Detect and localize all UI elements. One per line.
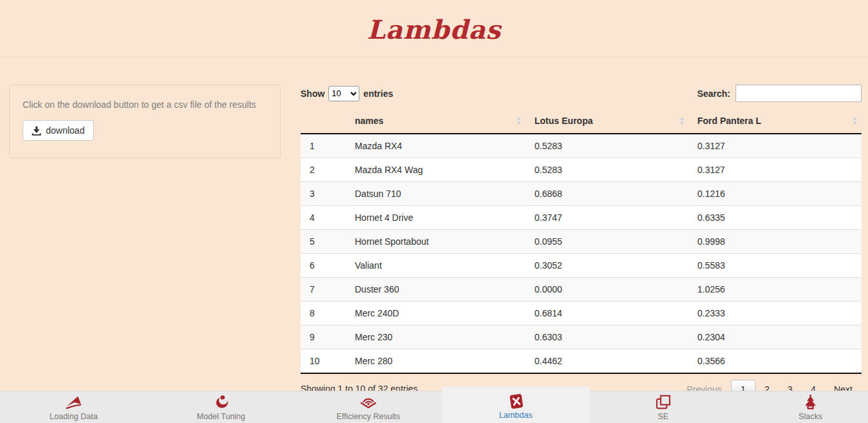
column-header-index[interactable] [301, 108, 346, 134]
table-row[interactable]: 4Hornet 4 Drive0.37470.6335 [301, 206, 862, 230]
column-header-names[interactable]: names ▲▼ [346, 108, 525, 134]
entries-label: entries [363, 88, 393, 99]
search-control: Search: [697, 85, 862, 102]
tab-se[interactable]: SE [589, 391, 737, 423]
lambdas-table: names ▲▼ Lotus Europa ▲▼ Ford Pantera L … [301, 108, 862, 374]
column-header-lotus-europa[interactable]: Lotus Europa ▲▼ [525, 108, 688, 134]
table-row[interactable]: 3Datsun 7100.68680.1216 [301, 182, 862, 206]
tab-model-tuning[interactable]: Model Tuning [147, 391, 295, 423]
app-header: Lambdas [0, 0, 868, 57]
sort-icon[interactable]: ▲▼ [852, 116, 858, 125]
download-instruction: Click on the download button to get a cs… [23, 99, 267, 110]
tab-label: Slacks [799, 412, 823, 421]
main-content: Click on the download button to get a cs… [0, 85, 868, 404]
show-label: Show [301, 88, 324, 99]
tab-label: SE [658, 412, 669, 421]
table-row[interactable]: 7Duster 3600.00001.0256 [301, 278, 862, 302]
column-header-ford-pantera-l[interactable]: Ford Pantera L ▲▼ [688, 108, 862, 134]
download-panel: Click on the download button to get a cs… [9, 85, 281, 158]
bottom-navbar: Loading Data Model Tuning Efficiency Res… [0, 391, 868, 423]
tree-icon [802, 393, 819, 411]
table-row[interactable]: 5Hornet Sportabout0.09550.9998 [301, 230, 862, 254]
sort-icon[interactable]: ▲▼ [516, 116, 522, 125]
red-square-x-icon [507, 392, 525, 410]
tab-label: Model Tuning [196, 412, 245, 421]
download-button-label: download [46, 125, 85, 136]
tab-loading-data[interactable]: Loading Data [0, 391, 147, 423]
table-row[interactable]: 2Mazda RX4 Wag0.52830.3127 [301, 158, 862, 182]
page-length-control: Show 10 entries [301, 86, 393, 101]
tab-lambdas[interactable]: Lambdas [442, 387, 589, 423]
tab-label: Lambdas [499, 411, 532, 420]
clone-icon [655, 393, 672, 411]
paper-plane-icon [64, 393, 83, 411]
crescent-icon [213, 393, 229, 411]
tab-efficiency-results[interactable]: Efficiency Results [295, 391, 442, 423]
table-row[interactable]: 9Merc 2300.63030.2304 [301, 325, 862, 349]
page-length-select[interactable]: 10 [328, 86, 359, 101]
search-input[interactable] [736, 85, 862, 102]
audible-waves-icon [359, 393, 377, 411]
table-controls: Show 10 entries Search: [301, 85, 862, 102]
download-icon [32, 126, 41, 136]
table-header-row: names ▲▼ Lotus Europa ▲▼ Ford Pantera L … [301, 108, 862, 134]
search-label: Search: [697, 88, 730, 99]
tab-slacks[interactable]: Slacks [737, 391, 868, 423]
page-title: Lambdas [0, 14, 868, 45]
table-row[interactable]: 10Merc 2800.44620.3566 [301, 349, 862, 374]
tab-label: Loading Data [50, 412, 98, 421]
table-row[interactable]: 8Merc 240D0.68140.2333 [301, 302, 862, 325]
download-well: Click on the download button to get a cs… [9, 85, 281, 158]
results-table-panel: Show 10 entries Search: names ▲▼ [301, 85, 862, 404]
sort-icon[interactable]: ▲▼ [679, 116, 684, 125]
tab-label: Efficiency Results [337, 412, 400, 421]
table-row[interactable]: 1Mazda RX40.52830.3127 [301, 134, 862, 158]
download-button[interactable]: download [23, 120, 94, 141]
table-row[interactable]: 6Valiant0.30520.5583 [301, 254, 862, 278]
